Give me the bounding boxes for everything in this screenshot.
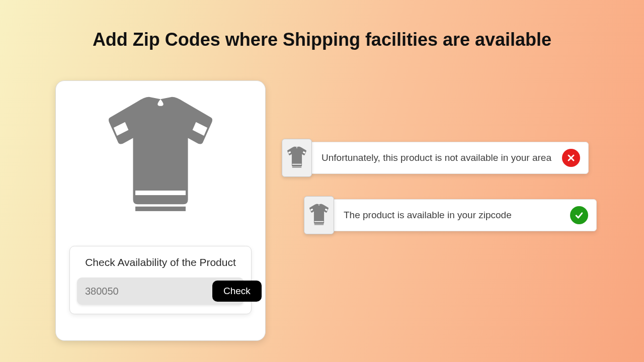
status-message: Unfortunately, this product is not avail… <box>321 152 551 163</box>
tshirt-icon <box>286 145 307 171</box>
product-image <box>103 91 218 217</box>
status-pill-error: Unfortunately, this product is not avail… <box>282 139 589 177</box>
status-body: The product is available in your zipcode <box>331 199 597 231</box>
tshirt-icon <box>103 90 218 218</box>
zip-input-row: Check <box>77 278 244 305</box>
status-body: Unfortunately, this product is not avail… <box>309 142 589 174</box>
check-circle-icon <box>570 206 588 224</box>
availability-heading: Check Availability of the Product <box>77 256 244 268</box>
page-title: Add Zip Codes where Shipping facilities … <box>0 29 644 50</box>
status-thumbnail <box>304 196 334 234</box>
status-pill-ok: The product is available in your zipcode <box>304 196 597 234</box>
tshirt-icon <box>308 202 330 228</box>
zip-input[interactable] <box>85 286 212 297</box>
status-message: The product is available in your zipcode <box>344 210 512 221</box>
close-circle-icon <box>562 149 580 167</box>
availability-panel: Check Availability of the Product Check <box>69 246 252 314</box>
status-thumbnail <box>282 139 312 177</box>
product-card: Check Availability of the Product Check <box>55 80 266 341</box>
check-button[interactable]: Check <box>212 281 262 302</box>
